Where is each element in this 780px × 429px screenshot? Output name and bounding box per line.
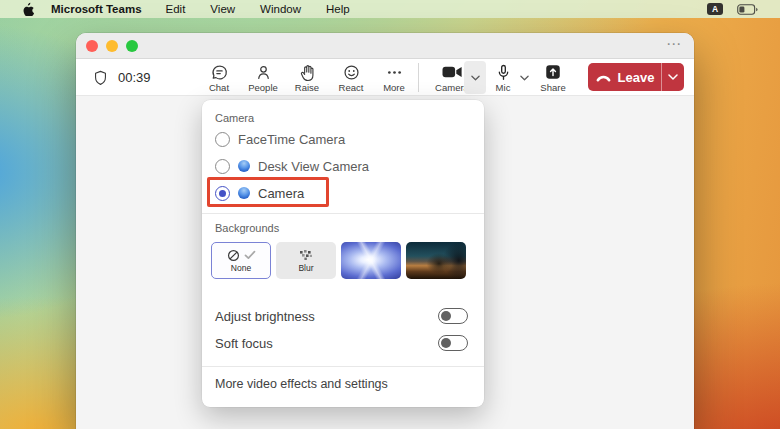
menu-item-help[interactable]: Help [326, 3, 350, 15]
radio-selected-icon[interactable] [215, 186, 230, 201]
radio-unselected-icon[interactable] [215, 159, 230, 174]
mic-options-chevron[interactable] [513, 61, 535, 94]
camera-option-desk-view[interactable]: Desk View Camera [215, 154, 471, 178]
shield-icon [92, 69, 109, 87]
window-more-icon[interactable]: ⋯ [666, 35, 682, 53]
apple-menu-icon[interactable] [22, 2, 34, 16]
window-titlebar[interactable]: ⋯ [76, 33, 694, 59]
no-background-icon [227, 249, 240, 262]
zoom-window-button[interactable] [126, 40, 138, 52]
people-button[interactable]: People [243, 60, 283, 95]
soft-focus-row: Soft focus [215, 331, 468, 355]
raise-hand-icon [298, 63, 317, 82]
leave-button[interactable]: Leave [588, 63, 684, 91]
check-icon [244, 250, 256, 260]
meeting-timer: 00:39 [118, 70, 151, 85]
input-source-badge[interactable]: A [707, 3, 723, 15]
camera-option-camera[interactable]: Camera [215, 181, 471, 205]
chat-button[interactable]: Chat [199, 60, 239, 95]
active-app-name[interactable]: Microsoft Teams [51, 3, 142, 15]
radio-unselected-icon[interactable] [215, 132, 230, 147]
background-tile-none[interactable]: None [211, 242, 271, 279]
leave-options-chevron[interactable] [662, 74, 684, 80]
toggle-knob [441, 338, 451, 348]
soft-focus-toggle[interactable] [438, 335, 468, 351]
continuity-camera-icon [238, 187, 250, 199]
menu-item-edit[interactable]: Edit [166, 3, 186, 15]
react-smiley-icon [342, 63, 361, 82]
more-video-effects-link[interactable]: More video effects and settings [215, 377, 388, 391]
toggle-knob [441, 311, 451, 321]
camera-option-facetime[interactable]: FaceTime Camera [215, 127, 471, 151]
share-button[interactable]: Share [533, 60, 573, 95]
panel-divider [202, 213, 484, 214]
camera-on-icon [441, 63, 463, 81]
desktop: Microsoft Teams Edit View Window Help A … [0, 0, 780, 429]
adjust-brightness-row: Adjust brightness [215, 304, 468, 328]
menu-item-view[interactable]: View [210, 3, 235, 15]
background-tiles: None Blur [211, 242, 466, 279]
share-screen-icon [544, 63, 562, 81]
background-tile-landscape-image[interactable] [406, 242, 466, 279]
raise-hand-button[interactable]: Raise [287, 60, 327, 95]
meeting-toolbar: 00:39 Chat People Raise [76, 59, 694, 96]
chat-icon [210, 63, 229, 82]
background-tile-blur[interactable]: Blur [276, 242, 336, 279]
toolbar-divider [418, 63, 419, 92]
backgrounds-section-title: Backgrounds [215, 222, 279, 234]
menu-item-window[interactable]: Window [260, 3, 301, 15]
hang-up-icon [595, 71, 612, 83]
macos-menu-bar: Microsoft Teams Edit View Window Help A [0, 0, 780, 18]
continuity-camera-icon [238, 160, 250, 172]
mic-icon [494, 63, 513, 82]
camera-settings-dropdown: Camera FaceTime Camera Desk View Camera … [202, 100, 484, 407]
window-controls [86, 40, 138, 52]
people-icon [254, 63, 273, 82]
react-button[interactable]: React [331, 60, 371, 95]
adjust-brightness-toggle[interactable] [438, 308, 468, 324]
battery-icon[interactable] [737, 4, 758, 15]
blur-icon [299, 249, 313, 261]
more-ellipsis-icon [385, 63, 404, 82]
background-tile-space-image[interactable] [341, 242, 401, 279]
more-button[interactable]: More [374, 60, 414, 95]
panel-divider [202, 366, 484, 367]
camera-section-title: Camera [215, 112, 254, 124]
close-window-button[interactable] [86, 40, 98, 52]
minimize-window-button[interactable] [106, 40, 118, 52]
